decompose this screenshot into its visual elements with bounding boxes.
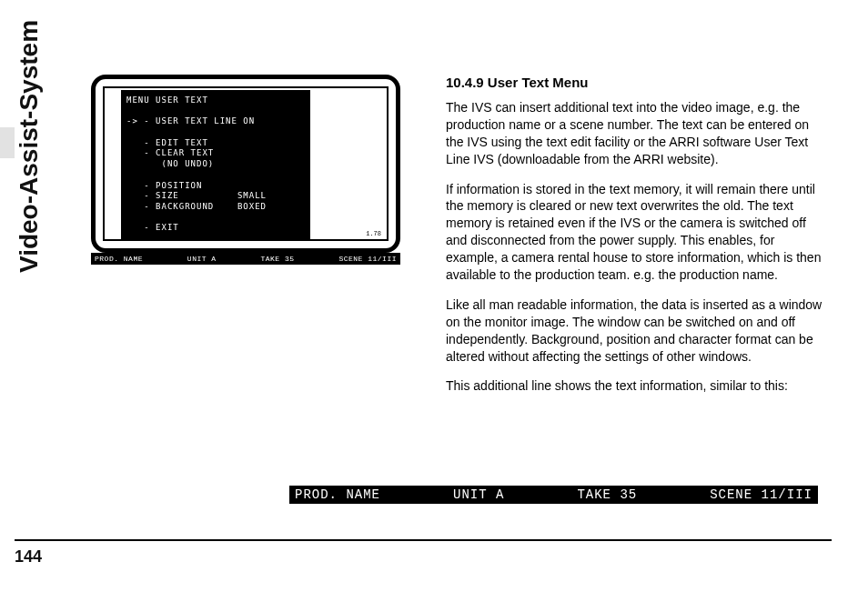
text-column: 10.4.9 User Text Menu The IVS can insert… (446, 75, 823, 407)
page: Video-Assist-System 144 MENU USER TEXT -… (0, 0, 868, 612)
paragraph: If information is stored in the text mem… (446, 181, 823, 284)
monitor-figure: MENU USER TEXT -> - USER TEXT LINE ON - … (91, 75, 400, 265)
status-prod: PROD. NAME (295, 487, 380, 502)
status-scene: SCENE 11/III (710, 487, 812, 502)
status-prod: PROD. NAME (95, 255, 143, 263)
monitor-screen: MENU USER TEXT -> - USER TEXT LINE ON - … (103, 86, 389, 241)
aspect-ratio: 1.78 (366, 230, 381, 237)
paragraph: This additional line shows the text info… (446, 377, 823, 395)
margin-tab (0, 127, 15, 158)
status-take: TAKE 35 (260, 255, 294, 263)
status-unit: UNIT A (453, 487, 504, 502)
status-scene: SCENE 11/III (338, 255, 397, 263)
paragraph: Like all man readable information, the d… (446, 296, 823, 366)
monitor-statusbar: PROD. NAME UNIT A TAKE 35 SCENE 11/III (91, 253, 400, 265)
menu-text: MENU USER TEXT -> - USER TEXT LINE ON - … (126, 95, 305, 234)
on-screen-menu: MENU USER TEXT -> - USER TEXT LINE ON - … (121, 90, 310, 239)
monitor-frame: MENU USER TEXT -> - USER TEXT LINE ON - … (91, 75, 400, 253)
statusbar-sample: PROD. NAME UNIT A TAKE 35 SCENE 11/III (289, 486, 818, 504)
statusbar: PROD. NAME UNIT A TAKE 35 SCENE 11/III (289, 486, 818, 504)
sidebar-title: Video-Assist-System (15, 20, 44, 273)
page-number: 144 (15, 547, 42, 567)
status-unit: UNIT A (187, 255, 217, 263)
status-take: TAKE 35 (577, 487, 637, 502)
section-title: 10.4.9 User Text Menu (446, 75, 823, 90)
paragraph: The IVS can insert additional text into … (446, 99, 823, 168)
footer-rule (15, 539, 832, 541)
